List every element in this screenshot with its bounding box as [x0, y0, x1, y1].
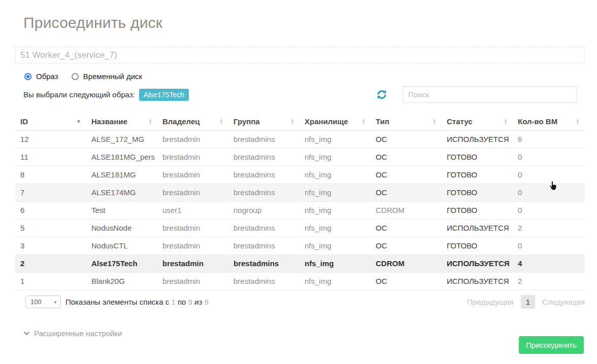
sort-both-icon: ▲▼	[504, 119, 508, 125]
cell-id: 5	[15, 220, 86, 237]
advanced-settings-label: Расширенные настройки	[34, 329, 122, 338]
column-header[interactable]: Хранилище▲▼	[300, 113, 371, 131]
sort-both-icon: ▲▼	[219, 119, 223, 125]
table-row[interactable]: 3NodusCTLbrestadminbrestadminsnfs_imgОСГ…	[15, 237, 585, 255]
cell-status: ИСПОЛЬЗУЕТСЯ	[442, 220, 513, 237]
cell-vm_count: 0	[513, 184, 585, 202]
page-size-select[interactable]: 100 ▼	[25, 296, 61, 308]
table-row[interactable]: 2Alse175Techbrestadminbrestadminsnfs_img…	[15, 255, 585, 273]
cell-owner: brestadmin	[157, 273, 228, 290]
vm-select-value: 51 Worker_4_(service_7)	[20, 50, 117, 60]
cell-name: Alse175Tech	[86, 255, 157, 273]
radio-temp-disk[interactable]: Временный диск	[72, 72, 142, 81]
cell-owner: brestadmin	[157, 149, 228, 166]
pagination-page-1[interactable]: 1	[521, 295, 535, 309]
sort-both-icon: ▲▼	[433, 119, 437, 125]
cell-type: ОС	[371, 237, 442, 255]
cell-name: ALSE_172_MG	[86, 131, 157, 149]
pagination-prev[interactable]: Предыдущая	[467, 298, 514, 306]
selected-image-badge: Alse175Tech	[139, 89, 189, 101]
disk-source-options: ОбразВременный диск	[15, 72, 585, 81]
cell-group: brestadmins	[228, 166, 300, 184]
column-header[interactable]: Название▲▼	[86, 113, 157, 131]
cell-id: 3	[15, 237, 86, 255]
cell-id: 11	[15, 149, 86, 166]
table-row[interactable]: 5NodusNodebrestadminbrestadminsnfs_imgОС…	[15, 220, 585, 237]
radio-circle-icon	[24, 73, 31, 80]
column-header-label: Тип	[376, 117, 389, 126]
advanced-settings-toggle[interactable]: Расширенные настройки	[15, 329, 122, 338]
column-header[interactable]: Статус▲▼	[442, 113, 513, 131]
page-title: Присоединить диск	[15, 0, 585, 31]
radio-label: Временный диск	[83, 72, 142, 81]
cell-type: ОС	[371, 184, 442, 202]
cell-owner: brestadmin	[157, 184, 228, 202]
cell-id: 7	[15, 184, 86, 202]
cell-vm_count: 0	[513, 149, 585, 166]
table-row[interactable]: 1Blank20Gbrestadminbrestadminsnfs_imgОСИ…	[15, 273, 585, 290]
cell-vm_count: 0	[513, 237, 585, 255]
radio-image[interactable]: Образ	[24, 72, 58, 81]
table-row[interactable]: 7ALSE174MGbrestadminbrestadminsnfs_imgОС…	[15, 184, 585, 202]
sort-both-icon: ▲▼	[290, 119, 294, 125]
column-header-label: Владелец	[162, 117, 200, 126]
column-header-label: Кол-во ВМ	[518, 117, 557, 126]
cell-status: ИСПОЛЬЗУЕТСЯ	[442, 131, 513, 149]
radio-circle-icon	[72, 73, 79, 80]
search-input[interactable]	[403, 86, 577, 103]
cell-name: ALSE181MG_pers	[86, 149, 157, 166]
column-header[interactable]: Владелец▲▼	[157, 113, 228, 131]
cell-group: brestadmins	[228, 184, 300, 202]
cell-status: ГОТОВО	[442, 237, 513, 255]
cell-vm_count: 4	[513, 255, 585, 273]
cell-owner: user1	[157, 202, 228, 220]
cell-id: 8	[15, 166, 86, 184]
table-row[interactable]: 8ALSE181MGbrestadminbrestadminsnfs_imgОС…	[15, 166, 585, 184]
cell-storage: nfs_img	[300, 273, 371, 290]
cell-storage: nfs_img	[300, 184, 371, 202]
column-header[interactable]: Группа▲▼	[228, 113, 300, 131]
chevron-down-icon: ▼	[53, 300, 57, 305]
column-header[interactable]: Кол-во ВМ▲▼	[513, 113, 585, 131]
chevron-down-icon	[23, 331, 30, 336]
table-row[interactable]: 12ALSE_172_MGbrestadminbrestadminsnfs_im…	[15, 131, 585, 149]
cell-group: brestadmins	[228, 149, 300, 166]
cell-group: brestadmins	[228, 131, 300, 149]
cell-status: ИСПОЛЬЗУЕТСЯ	[442, 255, 513, 273]
cell-name: Test	[86, 202, 157, 220]
cell-storage: nfs_img	[300, 255, 371, 273]
cell-group: nogroup	[228, 202, 300, 220]
vm-select[interactable]: 51 Worker_4_(service_7)	[15, 47, 585, 63]
cell-name: ALSE174MG	[86, 184, 157, 202]
cell-vm_count: 2	[513, 220, 585, 237]
column-header[interactable]: Тип▲▼	[371, 113, 442, 131]
attach-disk-dialog: Присоединить диск 51 Worker_4_(service_7…	[15, 0, 585, 338]
cell-group: brestadmins	[228, 237, 300, 255]
cell-name: ALSE181MG	[86, 166, 157, 184]
cell-storage: nfs_img	[300, 220, 371, 237]
cell-vm_count: 0	[513, 202, 585, 220]
list-summary: Показаны элементы списка с 1 по 9 из 9	[65, 298, 209, 306]
cell-name: Blank20G	[86, 273, 157, 290]
cell-owner: brestadmin	[157, 220, 228, 237]
summary-to: 9	[188, 298, 192, 306]
cell-name: NodusNode	[86, 220, 157, 237]
cell-type: ОС	[371, 131, 442, 149]
cell-status: ГОТОВО	[442, 166, 513, 184]
table-row[interactable]: 6Testuser1nogroupnfs_imgCDROMГОТОВО0	[15, 202, 585, 220]
cell-storage: nfs_img	[300, 237, 371, 255]
cell-vm_count: 2	[513, 273, 585, 290]
refresh-button[interactable]	[377, 90, 387, 99]
cell-type: ОС	[371, 166, 442, 184]
pagination-next[interactable]: Следующая	[542, 298, 585, 306]
sort-both-icon: ▲▼	[148, 119, 152, 125]
cell-status: ГОТОВО	[442, 202, 513, 220]
cell-id: 6	[15, 202, 86, 220]
refresh-icon	[377, 90, 387, 99]
column-header[interactable]: ID▼	[15, 113, 86, 131]
table-row[interactable]: 11ALSE181MG_persbrestadminbrestadminsnfs…	[15, 149, 585, 166]
attach-button[interactable]: Присоединить	[519, 336, 584, 354]
column-header-label: ID	[20, 117, 28, 126]
cell-id: 12	[15, 131, 86, 149]
cell-owner: brestadmin	[157, 255, 228, 273]
